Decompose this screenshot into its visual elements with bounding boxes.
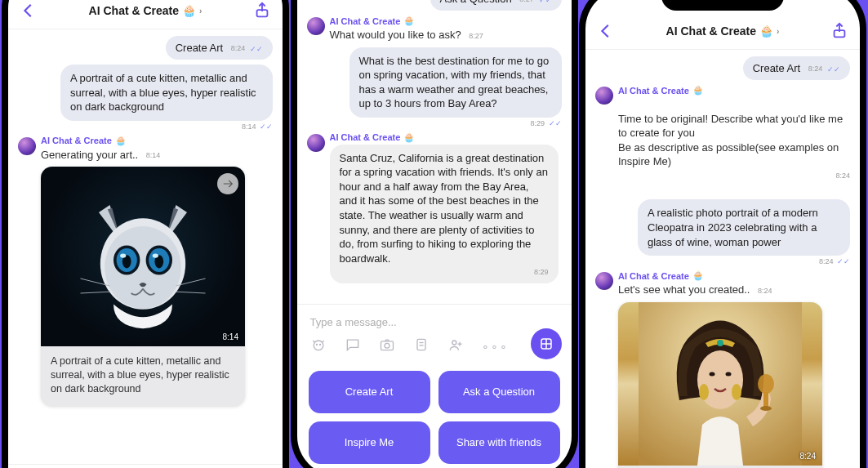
share-button[interactable] — [830, 22, 848, 40]
ai-sender-name: AI Chat & Create 🧁 — [330, 132, 562, 143]
input-icon-row: ∘∘∘ — [307, 333, 562, 361]
ai-sender-name: AI Chat & Create 🧁 — [41, 136, 273, 146]
camera-icon[interactable] — [379, 337, 395, 356]
image-caption: A portrait of a cute kitten, metallic an… — [41, 346, 245, 406]
user-question-bubble[interactable]: What is the best destination for me to g… — [349, 47, 562, 118]
generated-image-card[interactable]: 8:24 A realistic photo portrait of a mod… — [618, 302, 822, 468]
ai-prompt-content: What would you like to ask? — [330, 29, 461, 41]
create-art-pill[interactable]: Create Art 8:24 ✓✓ — [743, 56, 850, 81]
ask-question-pill[interactable]: Ask a Question 8:27 ✓✓ — [430, 0, 562, 11]
ai-avatar[interactable] — [307, 134, 325, 152]
chat-area: Ask a Question 8:27 ✓✓ AI Chat & Create … — [297, 0, 572, 304]
ai-name-text: AI Chat & Create — [618, 86, 689, 96]
ai-answer-bubble[interactable]: Santa Cruz, California is a great destin… — [330, 145, 559, 284]
header-bar: AI Chat & Create 🧁 › — [585, 14, 860, 50]
generated-image-card[interactable]: 8:14 A portrait of a cute kitten, metall… — [41, 167, 245, 406]
image-timestamp: 8:24 — [800, 452, 816, 461]
input-bar: Type a message... — [8, 464, 283, 469]
read-ticks-icon: ✓✓ — [539, 0, 552, 4]
pill-label: Ask a Question — [440, 0, 512, 5]
svg-rect-35 — [417, 339, 425, 350]
svg-point-46 — [697, 350, 743, 409]
action-create-art[interactable]: Create Art — [309, 371, 430, 413]
add-person-icon[interactable] — [447, 337, 464, 356]
more-icon[interactable]: ∘∘∘ — [482, 340, 509, 353]
kitten-illustration — [69, 179, 216, 334]
phone-screen-3: AI Chat & Create 🧁 › Create Art 8:24 ✓✓ … — [585, 0, 860, 468]
cupcake-icon: 🧁 — [182, 4, 196, 17]
svg-point-30 — [314, 341, 323, 350]
ai-sender-name: AI Chat & Create 🧁 — [330, 16, 562, 26]
message-input[interactable]: Type a message... — [307, 311, 562, 333]
action-inspire-me[interactable]: Inspire Me — [309, 421, 430, 464]
ai-prompt-text: Time to be original! Describe what you'd… — [618, 97, 850, 194]
phone-screen-1: AI Chat & Create 🧁 › Create Art 8:24 ✓✓ … — [8, 0, 283, 468]
ai-message-group: AI Chat & Create 🧁 Generating your art..… — [18, 136, 273, 406]
cupcake-icon: 🧁 — [759, 25, 773, 38]
ai-status-time: 8:14 — [146, 151, 161, 159]
svg-point-34 — [385, 343, 389, 348]
notch — [661, 0, 784, 11]
generated-image[interactable]: 8:14 — [41, 167, 245, 346]
ai-avatar[interactable] — [307, 17, 325, 35]
image-caption: A realistic photo portrait of a modern C… — [618, 466, 822, 468]
ai-name-text: AI Chat & Create — [618, 271, 689, 281]
user-question-row: What is the best destination for me to g… — [307, 47, 562, 127]
ai-name-text: AI Chat & Create — [41, 136, 112, 145]
back-button[interactable] — [597, 22, 615, 40]
chat-area: Create Art 8:24 ✓✓ AI Chat & Create 🧁 Ti… — [585, 50, 860, 469]
read-ticks-icon: ✓✓ — [250, 45, 263, 53]
pill-label: Create Art — [176, 42, 224, 54]
svg-point-38 — [452, 341, 456, 345]
chat-area: Create Art 8:24 ✓✓ A portrait of a cute … — [8, 29, 283, 464]
ai-answer-group: AI Chat & Create 🧁 Santa Cruz, Californi… — [307, 132, 562, 284]
ai-avatar[interactable] — [595, 87, 613, 105]
share-button[interactable] — [253, 2, 271, 20]
read-ticks-icon: ✓✓ — [260, 123, 273, 131]
header-bar: AI Chat & Create 🧁 › — [8, 0, 283, 29]
svg-point-54 — [732, 384, 741, 400]
svg-line-12 — [81, 292, 110, 293]
user-pill-row: Ask a Question 8:27 ✓✓ — [307, 0, 562, 11]
ai-avatar[interactable] — [595, 272, 613, 290]
ai-prompt-time: 8:27 — [469, 32, 483, 40]
action-ask-question[interactable]: Ask a Question — [438, 371, 560, 413]
ai-result-content: Let's see what you created.. — [618, 283, 750, 296]
svg-point-51 — [760, 406, 772, 411]
user-message-time: 8:24 — [819, 257, 834, 265]
cupcake-icon: 🧁 — [115, 136, 127, 146]
chevron-right-icon: › — [777, 27, 779, 36]
user-pill-row: Create Art 8:24 ✓✓ — [595, 56, 850, 81]
action-share-friends[interactable]: Share with friends — [438, 421, 560, 464]
ai-status-content: Generating your art.. — [41, 149, 138, 161]
create-art-pill[interactable]: Create Art 8:24 ✓✓ — [166, 36, 273, 60]
user-message-bubble[interactable]: A portrait of a cute kitten, metallic an… — [60, 65, 273, 121]
header-title[interactable]: AI Chat & Create 🧁 › — [89, 4, 203, 17]
user-message-bubble[interactable]: A realistic photo portrait of a modern C… — [638, 199, 850, 256]
ai-status-text: Generating your art.. 8:14 — [41, 148, 273, 163]
back-button[interactable] — [20, 2, 38, 20]
svg-point-10 — [153, 254, 158, 258]
svg-point-9 — [120, 254, 126, 258]
ai-avatar[interactable] — [18, 137, 36, 155]
cat-face-icon[interactable] — [310, 337, 327, 356]
svg-point-48 — [726, 372, 732, 376]
svg-line-14 — [176, 292, 206, 293]
chat-bubble-icon[interactable] — [345, 337, 361, 356]
image-timestamp: 8:14 — [223, 332, 238, 341]
ai-answer-text: Santa Cruz, California is a great destin… — [340, 152, 548, 265]
header-title[interactable]: AI Chat & Create 🧁 › — [666, 25, 780, 38]
grid-fab-button[interactable] — [531, 328, 562, 359]
ai-sender-name: AI Chat & Create 🧁 — [618, 270, 850, 281]
note-icon[interactable] — [413, 337, 430, 356]
svg-point-52 — [717, 340, 723, 346]
svg-point-32 — [319, 344, 320, 345]
pill-time: 8:27 — [519, 0, 534, 3]
cupcake-icon: 🧁 — [403, 16, 415, 26]
ai-sender-name: AI Chat & Create 🧁 — [618, 85, 850, 96]
app-title-text: AI Chat & Create — [666, 25, 756, 38]
generated-image[interactable]: 8:24 — [618, 302, 822, 466]
action-grid: Create Art Ask a Question Inspire Me Sha… — [297, 364, 572, 469]
ai-name-text: AI Chat & Create — [330, 132, 401, 142]
user-pill-row: Create Art 8:24 ✓✓ — [18, 36, 273, 60]
